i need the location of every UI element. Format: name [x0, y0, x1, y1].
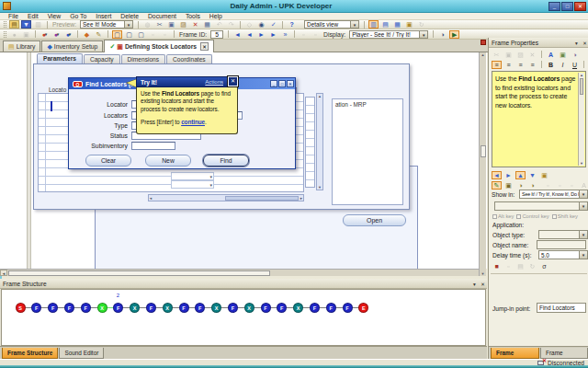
- maximize-button[interactable]: □: [561, 2, 573, 11]
- bubble-color-icon[interactable]: ▣: [539, 171, 549, 179]
- frame-node-decision[interactable]: X: [211, 303, 221, 313]
- align-justify-icon[interactable]: ≡: [527, 61, 537, 69]
- menu-document[interactable]: Document: [143, 13, 181, 19]
- frame-node-frame[interactable]: F: [343, 303, 353, 313]
- form-tab-capacity[interactable]: Capacity: [84, 54, 120, 63]
- spellcheck-icon[interactable]: ✓: [268, 20, 278, 29]
- scroll-up-icon[interactable]: ▲: [579, 73, 584, 77]
- delete-icon[interactable]: ✕: [190, 20, 200, 29]
- find-button[interactable]: Find: [203, 155, 249, 167]
- align-right-icon[interactable]: ≡: [515, 61, 526, 69]
- scrollbar-thumb[interactable]: [225, 196, 299, 201]
- bubble-actions-link[interactable]: Actions: [205, 79, 223, 85]
- form-tab-dimensions[interactable]: Dimensions: [121, 54, 165, 63]
- clear-button[interactable]: Clear: [85, 155, 131, 167]
- close-tab-icon[interactable]: ✕: [200, 42, 209, 51]
- menu-help[interactable]: Help: [205, 13, 227, 19]
- template-text-icon[interactable]: ✎: [492, 181, 502, 190]
- menu-go-to[interactable]: Go To: [65, 13, 91, 19]
- frame-node-frame[interactable]: F: [326, 303, 336, 313]
- field-subinventory[interactable]: [131, 142, 175, 150]
- grid-dropdown-cell[interactable]: ▾: [171, 180, 214, 189]
- minimize-button[interactable]: _: [548, 2, 560, 11]
- main-horizontal-scrollbar[interactable]: ◄: [0, 269, 479, 276]
- dialog-minimize-button[interactable]: _: [270, 80, 277, 87]
- pin-icon[interactable]: ▾: [572, 39, 581, 47]
- frame-id-value[interactable]: 5: [210, 30, 223, 39]
- save-icon[interactable]: ▼: [21, 20, 31, 29]
- action-type-icon[interactable]: ■: [492, 262, 502, 270]
- library-view-combo[interactable]: Details view▾: [304, 20, 359, 29]
- panel-tab-frame-properties[interactable]: Frame Properties: [491, 348, 539, 359]
- sound-editor-icon[interactable]: ◑: [437, 30, 447, 39]
- bubble-pointer-icon[interactable]: ▢: [124, 30, 134, 39]
- panel-tab-sound-editor[interactable]: Sound Editor: [59, 348, 104, 359]
- template-text-icon[interactable]: ▢: [136, 30, 146, 39]
- frame-node-frame[interactable]: F: [228, 303, 238, 313]
- scrollbar-thumb[interactable]: [580, 78, 583, 95]
- grid-row-selectors[interactable]: [305, 97, 315, 188]
- sound-record-icon[interactable]: ◆: [82, 30, 92, 39]
- go-to-frame-icon[interactable]: »: [280, 30, 290, 39]
- frame-node-frame[interactable]: F: [146, 303, 156, 313]
- frame-node-frame[interactable]: F: [179, 303, 189, 313]
- form-tab-parameters[interactable]: Parameters: [37, 53, 83, 63]
- insert-end-frame-icon[interactable]: ●▾: [63, 30, 74, 39]
- frame-node-frame[interactable]: F: [81, 303, 91, 313]
- pin-icon[interactable]: ▾: [470, 280, 479, 288]
- frame-node-frame[interactable]: F: [261, 303, 271, 313]
- frame-node-current[interactable]: X: [97, 303, 107, 313]
- menu-insert[interactable]: Insert: [91, 13, 116, 19]
- frame-node-start[interactable]: S: [16, 303, 26, 313]
- cut-icon[interactable]: ✂: [154, 20, 164, 29]
- font-icon[interactable]: A: [546, 51, 556, 59]
- close-button[interactable]: ✕: [574, 2, 586, 11]
- duplicate-icon[interactable]: ▦: [202, 20, 212, 29]
- split-view-icon[interactable]: ▦: [392, 20, 402, 29]
- continue-link[interactable]: continue: [181, 119, 205, 125]
- scroll-down-icon[interactable]: ▼: [579, 161, 584, 166]
- scroll-down-icon[interactable]: ▼: [317, 185, 322, 190]
- bubble-pointer-up-icon[interactable]: ▲: [515, 171, 526, 179]
- grid-dropdown-cell[interactable]: ▾: [171, 172, 214, 180]
- form-tab-coordinates[interactable]: Coordinates: [166, 54, 212, 63]
- dialog-close-button[interactable]: ✕: [287, 80, 294, 87]
- open-button[interactable]: Open: [343, 214, 406, 226]
- bubble-pointer-left-icon[interactable]: ◄: [492, 171, 502, 179]
- open-icon[interactable]: ▤: [9, 20, 19, 29]
- scroll-down-icon[interactable]: ▼: [480, 271, 486, 276]
- frame-node-frame[interactable]: F: [277, 303, 287, 313]
- frame-node-frame[interactable]: F: [113, 303, 123, 313]
- insert-decision-frame-icon[interactable]: ●▾: [51, 30, 62, 39]
- scroll-left-icon[interactable]: ◄: [149, 196, 153, 201]
- edit-screenshot-icon[interactable]: ✎: [94, 30, 104, 39]
- find-icon[interactable]: ◉: [256, 20, 266, 29]
- string-input-icon[interactable]: σ: [539, 262, 549, 270]
- scroll-right-icon[interactable]: ►: [300, 196, 303, 201]
- bubble-pointer-right-icon[interactable]: ►: [503, 171, 514, 179]
- frame-node-decision[interactable]: X: [130, 303, 140, 313]
- underline-icon[interactable]: U: [570, 61, 580, 69]
- previous-frame-icon[interactable]: ◄: [244, 30, 254, 39]
- export-sound-icon[interactable]: ◑: [527, 181, 537, 190]
- custom-text-icon[interactable]: ▣: [503, 181, 514, 190]
- bubble-pointer-down-icon[interactable]: ▼: [527, 171, 537, 179]
- columns-view-icon[interactable]: ▥: [368, 20, 379, 29]
- form-vertical-scrollbar[interactable]: ▲ ▼: [316, 93, 323, 190]
- panel-tab-frame-comments[interactable]: Frame Comments: [540, 348, 588, 359]
- import-sound-icon[interactable]: ◑: [515, 181, 526, 190]
- help-icon[interactable]: ?: [287, 20, 297, 29]
- scrollbar-thumb[interactable]: [481, 145, 486, 157]
- insert-explanation-frame-icon[interactable]: ●▾: [40, 30, 50, 39]
- editor-scrollbar[interactable]: ▲ ▼: [578, 73, 584, 166]
- bubble-close-icon[interactable]: ✕: [228, 76, 238, 86]
- form-horizontal-scrollbar[interactable]: ◄ ►: [148, 194, 304, 201]
- italic-icon[interactable]: I: [558, 61, 568, 69]
- scrollbar-thumb[interactable]: [8, 270, 270, 276]
- paste-icon[interactable]: ▨: [178, 20, 188, 29]
- menu-tools[interactable]: Tools: [181, 13, 205, 19]
- insert-sound-icon[interactable]: ◑: [570, 51, 580, 59]
- bubble-text-editor[interactable]: Use the Find Locators page to find exist…: [492, 71, 586, 167]
- frame-node-end[interactable]: E: [358, 303, 368, 313]
- last-frame-icon[interactable]: ►: [268, 30, 278, 39]
